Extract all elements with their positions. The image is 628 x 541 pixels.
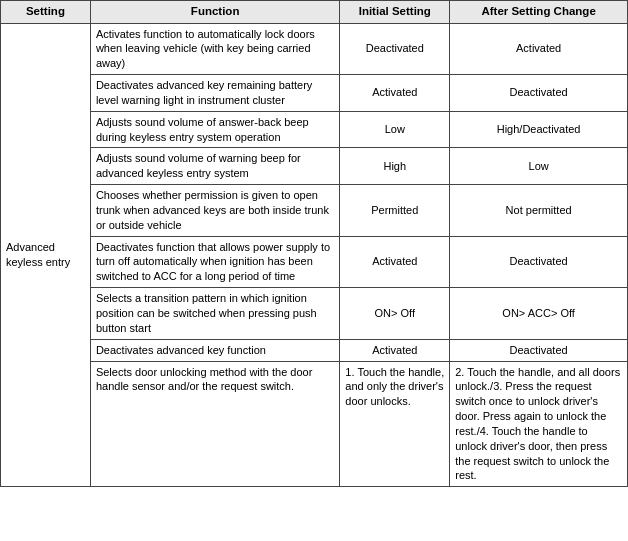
after-cell-0: Activated bbox=[450, 23, 628, 75]
after-cell-7: Deactivated bbox=[450, 339, 628, 361]
initial-cell-1: Activated bbox=[340, 75, 450, 112]
header-initial: Initial Setting bbox=[340, 1, 450, 24]
function-cell-5: Deactivates function that allows power s… bbox=[90, 236, 339, 288]
table-row: Deactivates advanced key function Activa… bbox=[1, 339, 628, 361]
header-function: Function bbox=[90, 1, 339, 24]
function-cell-2: Adjusts sound volume of answer-back beep… bbox=[90, 111, 339, 148]
table-row: Adjusts sound volume of warning beep for… bbox=[1, 148, 628, 185]
initial-cell-2: Low bbox=[340, 111, 450, 148]
table-row: Advanced keyless entry Activates functio… bbox=[1, 23, 628, 75]
table-row: Deactivates function that allows power s… bbox=[1, 236, 628, 288]
after-cell-6: ON> ACC> Off bbox=[450, 288, 628, 340]
table-row: Deactivates advanced key remaining batte… bbox=[1, 75, 628, 112]
header-after: After Setting Change bbox=[450, 1, 628, 24]
after-cell-8: 2. Touch the handle, and all doors unloc… bbox=[450, 361, 628, 487]
function-cell-7: Deactivates advanced key function bbox=[90, 339, 339, 361]
table-row: Selects door unlocking method with the d… bbox=[1, 361, 628, 487]
function-cell-0: Activates function to automatically lock… bbox=[90, 23, 339, 75]
function-cell-1: Deactivates advanced key remaining batte… bbox=[90, 75, 339, 112]
function-cell-6: Selects a transition pattern in which ig… bbox=[90, 288, 339, 340]
table-row: Adjusts sound volume of answer-back beep… bbox=[1, 111, 628, 148]
initial-cell-4: Permitted bbox=[340, 185, 450, 237]
header-setting: Setting bbox=[1, 1, 91, 24]
function-cell-3: Adjusts sound volume of warning beep for… bbox=[90, 148, 339, 185]
after-cell-3: Low bbox=[450, 148, 628, 185]
after-cell-1: Deactivated bbox=[450, 75, 628, 112]
function-cell-4: Chooses whether permission is given to o… bbox=[90, 185, 339, 237]
initial-cell-7: Activated bbox=[340, 339, 450, 361]
initial-cell-5: Activated bbox=[340, 236, 450, 288]
initial-cell-0: Deactivated bbox=[340, 23, 450, 75]
after-cell-4: Not permitted bbox=[450, 185, 628, 237]
table-row: Chooses whether permission is given to o… bbox=[1, 185, 628, 237]
table-row: Selects a transition pattern in which ig… bbox=[1, 288, 628, 340]
initial-cell-6: ON> Off bbox=[340, 288, 450, 340]
setting-label: Advanced keyless entry bbox=[1, 23, 91, 487]
after-cell-5: Deactivated bbox=[450, 236, 628, 288]
initial-cell-3: High bbox=[340, 148, 450, 185]
initial-cell-8: 1. Touch the handle, and only the driver… bbox=[340, 361, 450, 487]
function-cell-8: Selects door unlocking method with the d… bbox=[90, 361, 339, 487]
after-cell-2: High/Deactivated bbox=[450, 111, 628, 148]
